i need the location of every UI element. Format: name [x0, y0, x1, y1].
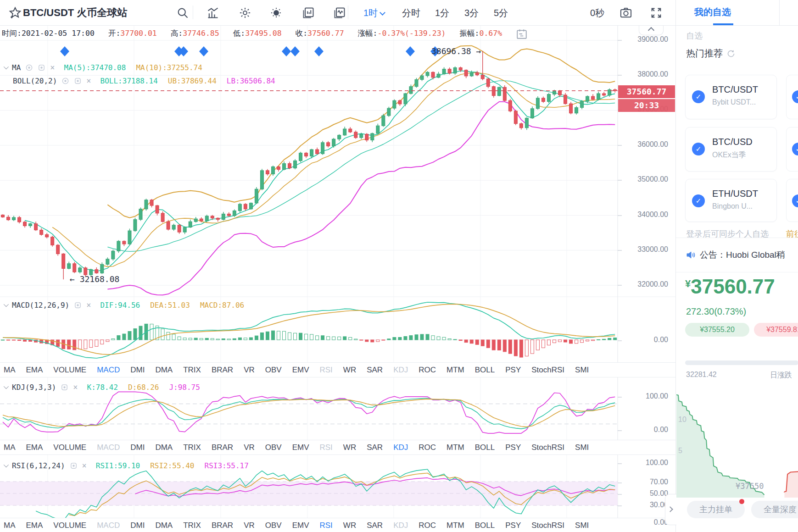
indicator-tab-sar[interactable]: SAR [367, 521, 383, 530]
indicator-tab-roc[interactable]: ROC [419, 443, 436, 452]
remove-indicator-icon[interactable]: × [50, 63, 55, 72]
timeframe-selected[interactable]: 1时 [363, 7, 385, 19]
camera-snapshot-icon[interactable] [619, 6, 632, 19]
watch-card-btcusd[interactable]: ✓ BTC/USD OKEx当季 [685, 127, 777, 172]
collapse-chevron-icon[interactable] [4, 302, 9, 307]
indicator-tab-ema[interactable]: EMA [26, 521, 43, 530]
indicator-tab-dma[interactable]: DMA [155, 521, 173, 530]
watchlist-empty-label[interactable]: 自选 [686, 30, 703, 41]
visibility-icon[interactable] [61, 77, 69, 85]
indicator-tab-roc[interactable]: ROC [419, 366, 436, 375]
settings-icon[interactable] [38, 64, 45, 72]
indicator-tab-brar[interactable]: BRAR [212, 443, 233, 452]
indicator-tab-wr[interactable]: WR [343, 521, 356, 530]
indicator-tab-smi[interactable]: SMI [575, 521, 589, 530]
indicator-tab-obv[interactable]: OBV [265, 366, 282, 375]
indicator-tab-macd[interactable]: MACD [97, 443, 120, 452]
remove-indicator-icon[interactable]: × [82, 461, 87, 470]
remove-indicator-icon[interactable]: × [86, 300, 91, 310]
indicator-tab-obv[interactable]: OBV [265, 521, 282, 530]
indicator-tab-mtm[interactable]: MTM [446, 366, 464, 375]
indicator-tab-emv[interactable]: EMV [292, 366, 309, 375]
indicator-tab-psy[interactable]: PSY [505, 443, 521, 452]
visibility-icon[interactable] [25, 64, 33, 72]
announcement-bar[interactable]: 公告：Huobi Global稍 [676, 238, 798, 272]
settings-icon[interactable] [74, 77, 82, 85]
indicator-tab-kdj[interactable]: KDJ [393, 366, 408, 375]
indicator-tab-mtm[interactable]: MTM [446, 521, 464, 530]
indicator-tab-kdj[interactable]: KDJ [393, 443, 408, 452]
indicator-tab-rsi[interactable]: RSI [320, 443, 333, 452]
calendar-icon[interactable] [516, 28, 528, 40]
indicator-tab-wr[interactable]: WR [343, 366, 356, 375]
remove-indicator-icon[interactable]: × [73, 382, 78, 392]
tab-my-watchlist[interactable]: 我的自选 [694, 6, 731, 18]
indicator-tab-dma[interactable]: DMA [155, 366, 173, 375]
indicator-tab-macd[interactable]: MACD [97, 366, 120, 375]
watch-card-ethusdt[interactable]: ✓ ETH/USDT Bingbon U... [685, 179, 777, 222]
partial-card[interactable]: ✓ [786, 127, 798, 172]
collapse-chevron-icon[interactable] [4, 462, 9, 467]
search-icon[interactable] [176, 6, 189, 19]
indicator-tab-stochrsi[interactable]: StochRSI [531, 521, 564, 530]
favorite-star-icon[interactable] [8, 6, 22, 20]
indicator-tab-ma[interactable]: MA [4, 443, 16, 452]
theme-brightness-icon[interactable] [270, 6, 283, 19]
indicator-tab-brar[interactable]: BRAR [212, 521, 233, 530]
indicator-tab-stochrsi[interactable]: StochRSI [531, 443, 564, 452]
settings-icon[interactable] [70, 462, 78, 470]
timeframe-minute-line[interactable]: 分时 [402, 7, 420, 19]
indicator-tab-wr[interactable]: WR [343, 443, 356, 452]
collapse-chevron-icon[interactable] [4, 64, 9, 69]
indicator-tab-volume[interactable]: VOLUME [53, 443, 86, 452]
indicator-tab-trix[interactable]: TRIX [183, 366, 201, 375]
indicator-tab-vr[interactable]: VR [244, 521, 255, 530]
kline-chart-icon[interactable] [206, 6, 219, 19]
indicator-tab-psy[interactable]: PSY [505, 521, 521, 530]
refresh-icon[interactable] [726, 49, 736, 58]
indicator-tab-macd[interactable]: MACD [97, 521, 120, 530]
indicator-tab-boll[interactable]: BOLL [475, 443, 495, 452]
indicator-tab-smi[interactable]: SMI [575, 443, 589, 452]
indicator-tab-brar[interactable]: BRAR [212, 366, 233, 375]
indicator-tab-mtm[interactable]: MTM [446, 443, 464, 452]
partial-card[interactable]: ✓ [786, 75, 798, 119]
indicator-tab-boll[interactable]: BOLL [475, 366, 495, 375]
indicator-tab-obv[interactable]: OBV [265, 443, 282, 452]
partial-card[interactable]: ✓ [786, 179, 798, 222]
indicator-tab-vr[interactable]: VR [244, 443, 255, 452]
indicator-tab-emv[interactable]: EMV [292, 521, 309, 530]
watch-card-btcusdt[interactable]: ✓ BTC/USDT Bybit USDT... [685, 75, 777, 119]
settings-gear-icon[interactable] [239, 6, 251, 19]
indicator-tab-dmi[interactable]: DMI [130, 521, 145, 530]
indicator-tab-emv[interactable]: EMV [292, 443, 309, 452]
check-icon[interactable]: ✓ [692, 194, 705, 207]
indicator-tab-trix[interactable]: TRIX [183, 521, 201, 530]
indicator-tab-roc[interactable]: ROC [419, 521, 436, 530]
indicator-tab-ma[interactable]: MA [4, 366, 16, 375]
indicator-tab-ema[interactable]: EMA [26, 443, 43, 452]
panel-wave-icon[interactable] [333, 6, 346, 19]
remove-indicator-icon[interactable]: × [86, 76, 91, 85]
indicator-tab-dmi[interactable]: DMI [130, 366, 145, 375]
indicator-tab-ema[interactable]: EMA [26, 366, 43, 375]
settings-icon[interactable] [74, 301, 82, 309]
indicator-tab-smi[interactable]: SMI [575, 366, 589, 375]
check-icon[interactable]: ✓ [692, 143, 705, 155]
fullscreen-icon[interactable] [650, 6, 663, 19]
indicator-tab-sar[interactable]: SAR [367, 366, 383, 375]
timeframe-3min[interactable]: 3分 [464, 7, 479, 19]
check-icon[interactable]: ✓ [692, 90, 705, 103]
collapse-axis-notch[interactable] [639, 25, 664, 35]
timeframe-5min[interactable]: 5分 [494, 7, 508, 19]
settings-icon[interactable] [61, 383, 68, 391]
indicator-tab-volume[interactable]: VOLUME [53, 521, 86, 530]
sidebar-collapse-handle[interactable] [665, 494, 676, 525]
main-orders-button[interactable]: 主力挂单 [687, 501, 745, 518]
indicator-tab-ma[interactable]: MA [4, 521, 16, 530]
indicator-tab-dmi[interactable]: DMI [130, 443, 145, 452]
indicator-tab-vr[interactable]: VR [244, 366, 255, 375]
indicator-tab-stochrsi[interactable]: StochRSI [531, 366, 564, 375]
indicator-tab-rsi[interactable]: RSI [320, 366, 333, 375]
indicator-tab-sar[interactable]: SAR [367, 443, 383, 452]
